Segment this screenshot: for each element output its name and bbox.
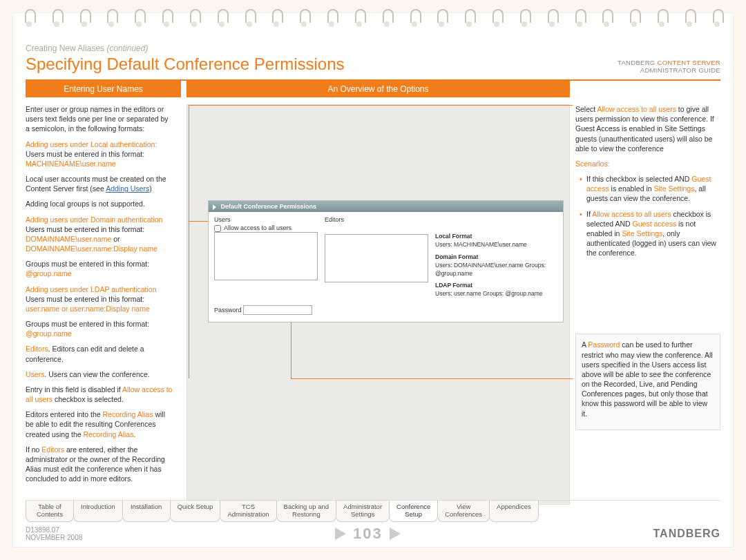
right-intro: Select Allow access to all users to give…: [575, 104, 720, 153]
doc-type: TANDBERG CONTENT SERVER ADMINISTRATOR GU…: [618, 59, 720, 74]
nav-tabs: Table ofContentsIntroductionInstallation…: [26, 500, 720, 522]
spiral-binding: [20, 8, 726, 32]
right-column: Select Allow access to all users to give…: [575, 104, 720, 505]
doc-id: D13898.07: [26, 526, 59, 534]
nav-tab-0[interactable]: Table ofContents: [26, 501, 74, 522]
nav-tab-2[interactable]: Installation: [122, 501, 171, 522]
nav-tab-5[interactable]: Backing up andRestoring: [276, 501, 337, 522]
left-editors-desc: Editors. Editors can edit and delete a c…: [26, 344, 174, 363]
nav-tab-3[interactable]: Quick Setup: [170, 501, 221, 522]
adding-users-link[interactable]: Adding Users: [106, 184, 149, 193]
doc-type-guide: ADMINISTRATOR GUIDE: [640, 66, 720, 74]
nav-tab-9[interactable]: Appendices: [489, 501, 539, 522]
next-page-icon[interactable]: [390, 528, 401, 540]
left-no-editors: If no Editors are entered, either the ad…: [26, 445, 174, 484]
ss-local-format: Local Format: [435, 233, 472, 240]
section-header-right-spacer: [575, 81, 720, 97]
left-domain-groups: Groups must be entered in this format: @…: [26, 259, 174, 278]
pager: 103: [335, 525, 401, 543]
doc-date: NOVEMBER 2008: [26, 534, 82, 541]
breadcrumb-cont: (continued): [106, 44, 148, 53]
ss-allow-checkbox[interactable]: Allow access to all users: [214, 224, 325, 232]
left-h-domain: Adding users under Domain authentication: [26, 215, 162, 224]
callout-line: [189, 105, 189, 378]
left-local-groups: Adding local groups is not supported.: [26, 199, 174, 209]
doc-type-product: CONTENT SERVER: [658, 59, 720, 66]
right-scenarios-h: Scenarios:: [575, 159, 720, 168]
page-title: Specifying Default Conference Permission…: [26, 55, 345, 74]
scenarios-list: If this checkbox is selected AND Guest a…: [575, 174, 720, 258]
callout-line: [189, 105, 573, 106]
ss-password-label: Password: [214, 307, 242, 313]
section-header-left: Entering User Names: [26, 81, 181, 97]
doc-type-brand: TANDBERG: [618, 59, 655, 66]
left-local-create: Local user accounts must be created on t…: [26, 174, 174, 193]
scenario-2: If Allow access to all users checkbox is…: [580, 209, 720, 258]
nav-tab-1[interactable]: Introduction: [73, 501, 123, 522]
callout-line: [291, 378, 573, 379]
ss-title: Default Conference Permissions: [221, 203, 317, 210]
left-h-ldap: Adding users under LDAP authentication: [26, 285, 157, 293]
section-headers: Entering User Names An Overview of the O…: [26, 81, 720, 97]
left-users-desc: Users. Users can view the conference.: [26, 369, 174, 379]
left-recording-alias: Editors entered into the Recording Alias…: [26, 409, 174, 439]
footer: D13898.07 NOVEMBER 2008 103 TANDBERG: [26, 525, 720, 543]
prev-page-icon[interactable]: [335, 528, 346, 540]
ss-allow-label: Allow access to all users: [224, 224, 291, 231]
left-disabled-note: Entry in this field is disabled if Allow…: [26, 385, 174, 404]
screenshot-panel: Default Conference Permissions Users All…: [208, 200, 564, 322]
ss-header: Default Conference Permissions: [209, 201, 563, 212]
middle-column: Default Conference Permissions Users All…: [186, 104, 570, 505]
breadcrumb: Creating New Aliases (continued): [26, 44, 720, 53]
ss-domain-format-users: Users: DOMAINNAME\user.name Groups: @gro…: [435, 262, 557, 278]
ss-editors-label: Editors: [325, 216, 435, 223]
nav-tab-6[interactable]: AdministratorSettings: [336, 501, 390, 522]
nav-tab-4[interactable]: TCSAdministration: [220, 501, 276, 522]
chevron-right-icon: [213, 204, 216, 210]
ss-local-format-users: Users: MACHINENAME\user.name: [435, 241, 557, 249]
password-note: A Password can be used to further restri…: [575, 334, 720, 429]
nav-tab-8[interactable]: ViewConferences: [437, 501, 490, 522]
password-input[interactable]: [243, 305, 312, 315]
nav-tab-7[interactable]: ConferenceSetup: [389, 501, 438, 522]
ss-ldap-format-users: Users: user.name Groups: @group.name: [435, 290, 557, 298]
ss-domain-format: Domain Format: [435, 253, 478, 260]
allow-access-checkbox[interactable]: [214, 225, 221, 232]
left-h-local: Adding users under Local authentication:: [26, 140, 157, 148]
ss-ldap-format: LDAP Format: [435, 282, 472, 289]
left-intro: Enter user or group names in the editors…: [26, 104, 174, 134]
left-ldap-groups: Groups must be entered in this format: @…: [26, 319, 174, 338]
left-column: Enter user or group names in the editors…: [26, 104, 181, 505]
breadcrumb-main: Creating New Aliases: [26, 44, 104, 53]
ss-users-label: Users: [214, 216, 325, 223]
left-local-format: MACHINENAME\user.name: [26, 160, 116, 168]
section-header-mid: An Overview of the Options: [186, 81, 570, 97]
users-textarea[interactable]: [214, 232, 318, 280]
editors-textarea[interactable]: [325, 234, 428, 282]
doc-meta: D13898.07 NOVEMBER 2008: [26, 526, 82, 541]
brand-logo: TANDBERG: [653, 528, 720, 540]
left-local-format-label: Users must be entered in this format:: [26, 150, 144, 158]
page-number: 103: [353, 525, 383, 543]
scenario-1: If this checkbox is selected AND Guest a…: [580, 174, 720, 204]
